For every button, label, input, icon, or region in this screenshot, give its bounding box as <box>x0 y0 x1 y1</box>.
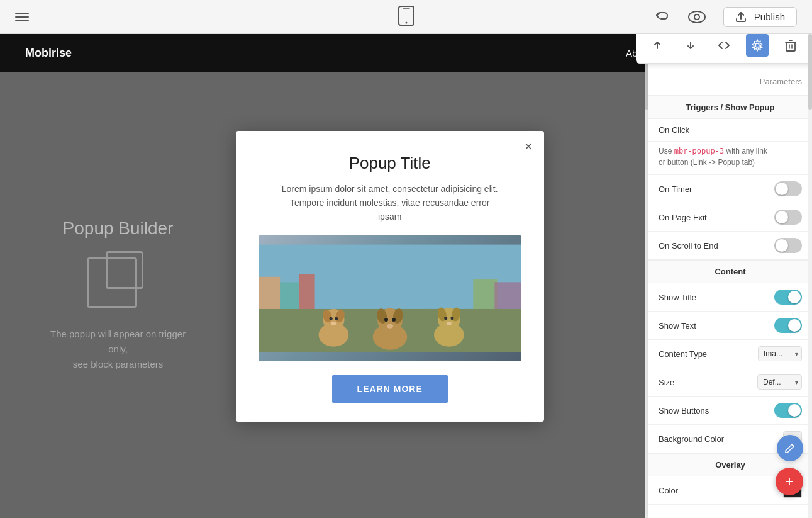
on-timer-track <box>774 181 802 196</box>
svg-rect-9 <box>299 274 315 308</box>
on-scroll-to-end-knob <box>776 239 788 252</box>
delete-button[interactable] <box>779 34 802 57</box>
svg-point-1 <box>405 21 407 23</box>
toolbar-left <box>15 13 29 21</box>
overlay-color-label: Color <box>659 486 678 495</box>
toolbar-right: Publish <box>654 7 797 27</box>
publish-label: Publish <box>754 11 785 22</box>
popup-modal: × Popup Title Lorem ipsum dolor sit amet… <box>236 130 544 421</box>
on-page-exit-label: On Page Exit <box>659 213 707 222</box>
on-scroll-to-end-label: On Scroll to End <box>659 241 718 251</box>
size-row: Size Def... Default Small Large <box>648 368 812 397</box>
popup-learn-more-button[interactable]: LEARN MORE <box>332 375 448 403</box>
popup-image <box>259 235 521 361</box>
svg-point-32 <box>446 322 452 325</box>
svg-point-33 <box>755 43 759 47</box>
svg-point-4 <box>694 14 699 20</box>
undo-icon[interactable] <box>654 9 670 25</box>
settings-button[interactable] <box>746 34 769 57</box>
svg-point-25 <box>387 324 393 329</box>
on-click-row: On Click <box>648 119 812 142</box>
content-section-label: Content <box>648 260 812 283</box>
svg-point-31 <box>450 317 453 320</box>
size-select-wrap: Def... Default Small Large <box>757 374 802 390</box>
content-type-row: Content Type Ima... Image Video None <box>648 340 812 368</box>
show-buttons-label: Show Buttons <box>659 406 709 415</box>
top-toolbar: Publish <box>0 0 812 34</box>
show-buttons-track <box>774 403 802 418</box>
on-timer-row: On Timer <box>648 175 812 203</box>
content-type-select-wrap: Ima... Image Video None <box>758 346 802 361</box>
show-buttons-knob <box>788 404 801 417</box>
show-text-label: Show Text <box>659 321 696 330</box>
builder-title: Popup Builder <box>50 218 186 239</box>
svg-point-17 <box>335 317 338 320</box>
on-scroll-to-end-row: On Scroll to End <box>648 232 812 260</box>
show-buttons-toggle[interactable] <box>774 403 802 418</box>
show-title-knob <box>788 291 801 303</box>
svg-rect-10 <box>473 279 497 309</box>
on-click-desc: Use mbr-popup-3 with any link or button … <box>648 142 812 175</box>
scrollbar-thumb-right <box>808 34 812 110</box>
popup-title: Popup Title <box>259 153 521 172</box>
on-timer-knob <box>776 183 788 195</box>
preview-icon[interactable] <box>688 11 706 23</box>
on-page-exit-track <box>774 210 802 225</box>
nav-brand: Mobirise <box>25 47 72 60</box>
block-actions-toolbar <box>636 34 812 64</box>
on-scroll-to-end-track <box>774 238 802 253</box>
show-text-knob <box>788 319 801 332</box>
hamburger-icon[interactable] <box>15 13 29 21</box>
show-text-track <box>774 318 802 333</box>
content-type-select[interactable]: Ima... Image Video None <box>758 346 802 361</box>
svg-point-23 <box>384 318 388 322</box>
show-text-toggle[interactable] <box>774 318 802 333</box>
on-click-label: On Click <box>659 125 689 135</box>
popup-close-button[interactable]: × <box>525 139 533 153</box>
bg-color-label: Background Color <box>659 434 724 444</box>
svg-rect-7 <box>259 276 280 308</box>
builder-info: Popup Builder The popup will appear on t… <box>50 218 186 372</box>
publish-button[interactable]: Publish <box>723 7 797 27</box>
on-timer-toggle[interactable] <box>774 181 802 196</box>
fab-add-label: + <box>785 473 794 490</box>
on-page-exit-toggle[interactable] <box>774 210 802 225</box>
show-title-track <box>774 290 802 305</box>
main-area: Mobirise About us Services Contacts Popu… <box>0 34 812 518</box>
svg-point-3 <box>689 11 705 23</box>
popup-button-wrap: LEARN MORE <box>259 375 521 403</box>
fab-add-button[interactable]: + <box>776 468 803 495</box>
toolbar-center <box>398 5 415 29</box>
phone-icon[interactable] <box>398 5 415 29</box>
size-select[interactable]: Def... Default Small Large <box>757 374 802 390</box>
show-title-toggle[interactable] <box>774 290 802 305</box>
size-label: Size <box>659 378 674 387</box>
params-header: Parameters <box>648 68 812 96</box>
on-page-exit-knob <box>776 211 788 223</box>
on-timer-label: On Timer <box>659 184 692 194</box>
right-scrollbar[interactable] <box>808 34 812 518</box>
code-button[interactable] <box>713 34 735 57</box>
on-scroll-to-end-toggle[interactable] <box>774 238 802 253</box>
svg-point-16 <box>329 317 332 320</box>
popup-code: mbr-popup-3 <box>674 147 724 155</box>
fab-edit-button[interactable] <box>777 435 803 461</box>
svg-rect-34 <box>786 42 795 51</box>
popup-text: Lorem ipsum dolor sit amet, consectetur … <box>259 181 521 223</box>
svg-rect-8 <box>280 282 299 309</box>
show-text-row: Show Text <box>648 312 812 340</box>
svg-point-30 <box>444 317 447 320</box>
svg-rect-11 <box>494 282 521 309</box>
triggers-section-label: Triggers / Show Popup <box>648 96 812 119</box>
move-down-button[interactable] <box>679 34 702 57</box>
svg-point-18 <box>331 322 336 325</box>
show-buttons-row: Show Buttons <box>648 397 812 425</box>
svg-point-24 <box>392 318 396 322</box>
on-page-exit-row: On Page Exit <box>648 203 812 232</box>
rect-large <box>87 257 137 308</box>
move-up-button[interactable] <box>646 34 669 57</box>
show-title-row: Show Title <box>648 283 812 312</box>
show-title-label: Show Title <box>659 293 696 302</box>
content-type-label: Content Type <box>659 349 707 359</box>
builder-icon <box>81 251 156 314</box>
